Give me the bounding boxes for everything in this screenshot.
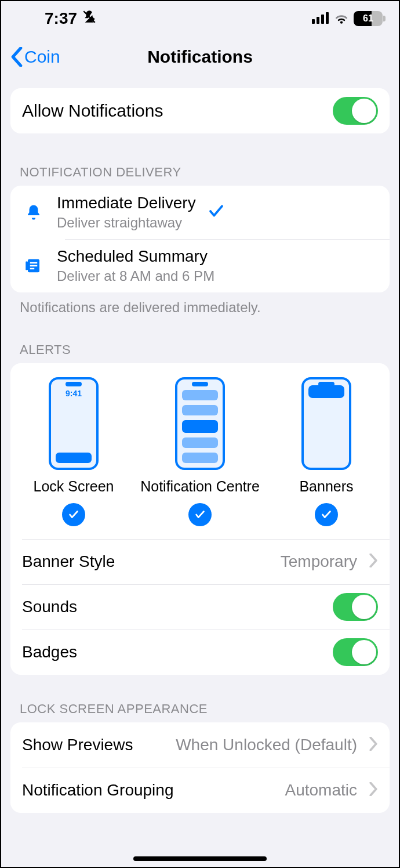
chevron-right-icon [369,737,378,753]
alerts-header: ALERTS [10,326,390,363]
delivery-header: NOTIFICATION DELIVERY [10,149,390,186]
notification-grouping-label: Notification Grouping [22,781,274,800]
svg-rect-6 [30,262,38,264]
delivery-scheduled-row[interactable]: Scheduled Summary Deliver at 8 AM and 6 … [10,239,390,292]
battery-icon: 61 [354,11,383,26]
bell-icon [22,204,45,221]
banner-style-label: Banner Style [22,552,269,571]
svg-rect-2 [317,17,319,24]
lock-screen-preview: 9:41 [49,377,99,470]
summary-icon [22,257,45,274]
svg-rect-3 [321,15,324,24]
battery-percent: 61 [363,13,373,24]
nav-bar: Coin Notifications [1,36,399,78]
alert-notification-centre-check[interactable] [188,503,212,526]
svg-rect-9 [26,262,28,270]
badges-label: Badges [22,643,321,661]
silent-icon [82,9,97,28]
allow-notifications-row: Allow Notifications [10,88,390,133]
sounds-row: Sounds [10,584,390,630]
alert-banners-label: Banners [299,478,353,495]
delivery-scheduled-subtitle: Deliver at 8 AM and 6 PM [57,268,214,284]
back-label: Coin [24,47,60,67]
alert-lock-screen-check[interactable] [62,503,85,526]
home-indicator[interactable] [133,856,267,861]
banners-preview [301,377,351,470]
svg-rect-8 [30,268,35,270]
delivery-immediate-subtitle: Deliver straightaway [57,215,196,231]
sounds-switch[interactable] [333,593,378,621]
delivery-immediate-row[interactable]: Immediate Delivery Deliver straightaway [10,186,390,239]
alert-notification-centre-label: Notification Centre [140,478,260,495]
cellular-icon [312,9,329,28]
allow-notifications-label: Allow Notifications [22,101,321,121]
lockscreen-header: LOCK SCREEN APPEARANCE [10,685,390,722]
banner-style-row[interactable]: Banner Style Temporary [10,539,390,584]
wifi-icon [334,9,349,28]
checkmark-icon [208,202,225,222]
banner-style-value: Temporary [281,552,357,571]
show-previews-value: When Unlocked (Default) [144,736,357,754]
alert-banners-check[interactable] [315,503,338,526]
notification-centre-preview [175,377,225,470]
chevron-right-icon [369,554,378,570]
notification-grouping-row[interactable]: Notification Grouping Automatic [10,768,390,813]
show-previews-row[interactable]: Show Previews When Unlocked (Default) [10,722,390,768]
alert-lock-screen[interactable]: 9:41 Lock Screen [10,377,137,526]
status-time: 7:37 [45,9,77,28]
badges-switch[interactable] [333,638,378,666]
back-button[interactable]: Coin [10,47,60,67]
delivery-footer: Notifications are delivered immediately. [10,292,390,316]
delivery-immediate-title: Immediate Delivery [57,194,196,212]
show-previews-label: Show Previews [22,736,133,754]
delivery-scheduled-title: Scheduled Summary [57,247,214,266]
notification-grouping-value: Automatic [285,781,358,800]
svg-rect-1 [312,19,315,24]
alert-lock-screen-label: Lock Screen [34,478,114,495]
badges-row: Badges [10,630,390,675]
alert-banners[interactable]: Banners [263,377,390,526]
page-title: Notifications [1,47,399,67]
alerts-styles-row: 9:41 Lock Screen Notification Centre [10,363,390,539]
svg-rect-7 [30,265,38,267]
chevron-right-icon [369,782,378,798]
svg-rect-4 [326,12,329,24]
alert-notification-centre[interactable]: Notification Centre [137,377,263,526]
preview-time: 9:41 [51,389,96,398]
status-bar: 7:37 61 [1,1,399,36]
sounds-label: Sounds [22,598,321,616]
allow-notifications-switch[interactable] [333,97,378,125]
